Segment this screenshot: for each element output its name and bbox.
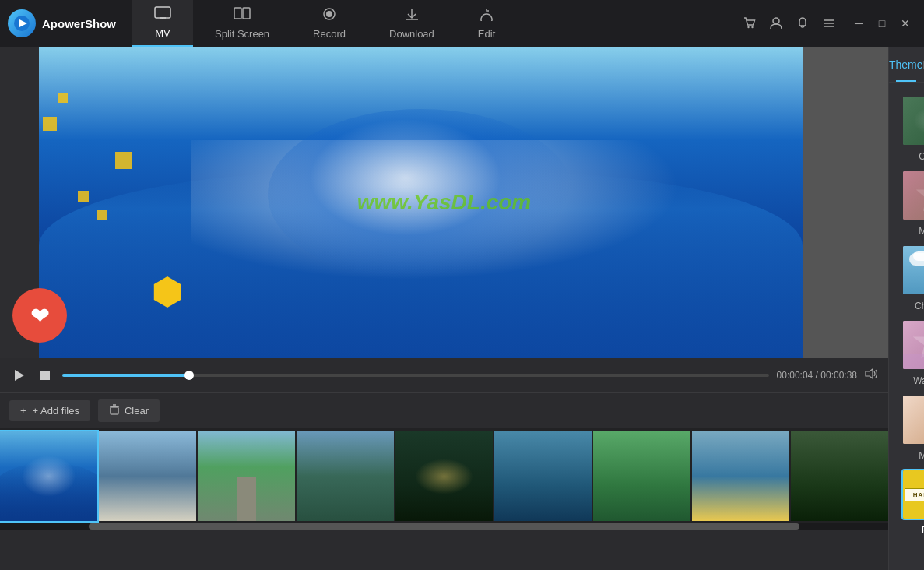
theme-thumb-memory1	[901, 170, 924, 221]
bottom-toolbar: + + Add files 🗑 Clear Clear	[0, 392, 888, 428]
bell-icon[interactable]	[792, 12, 813, 34]
add-files-button[interactable]: + + Add files	[9, 400, 90, 421]
deco-square-5	[97, 210, 107, 220]
theme-memory1[interactable]: Memory	[901, 170, 924, 237]
mv-icon	[154, 6, 171, 24]
svg-marker-19	[866, 369, 873, 378]
preview-right-border	[803, 47, 888, 358]
theme-concise-label: Concise	[919, 151, 924, 162]
theme-thumb-childhood	[901, 245, 924, 296]
theme-grid: ... Concise Memory	[889, 83, 924, 548]
theme-fasion[interactable]: HAPPY TIME Fasion	[901, 469, 924, 536]
theme-thumb-fasion: HAPPY TIME	[901, 469, 924, 520]
play-button[interactable]	[9, 366, 28, 385]
theme-memory2-label: Memory	[919, 450, 924, 461]
tab-record[interactable]: Record	[291, 0, 367, 47]
svg-point-12	[751, 26, 753, 28]
tab-mv[interactable]: MV	[132, 0, 193, 47]
filmstrip-scrollbar[interactable]	[0, 523, 888, 530]
svg-point-8	[326, 11, 332, 17]
theme-thumb-memory2	[901, 394, 924, 445]
deco-square-3	[115, 152, 132, 169]
svg-rect-20	[111, 407, 118, 414]
filmstrip-thumb-4[interactable]	[395, 431, 493, 521]
trash-icon	[109, 404, 120, 417]
theme-watercolor-label: Watercolor	[913, 375, 924, 386]
svg-marker-17	[15, 370, 24, 381]
theme-concise[interactable]: ... Concise	[901, 95, 924, 162]
nav-tabs: MV Split Screen Record Download Edit	[132, 0, 739, 47]
time-display: 00:00:04 / 00:00:38	[777, 370, 857, 381]
tab-theme[interactable]: Theme	[889, 47, 923, 82]
ocean-scene	[39, 47, 803, 358]
theme-thumb-watercolor	[901, 319, 924, 371]
close-button[interactable]: ✕	[894, 12, 916, 34]
filmstrip-thumb-2[interactable]	[198, 431, 295, 521]
record-icon	[321, 7, 338, 25]
filmstrip-thumb-3[interactable]	[297, 431, 394, 521]
left-panel: ❤ www.YasDL.com 00:00:04 / 00:00:38	[0, 47, 888, 570]
tab-split-screen-label: Split Screen	[215, 28, 269, 40]
volume-button[interactable]	[865, 368, 879, 383]
progress-handle[interactable]	[184, 371, 194, 380]
app-title: ApowerShow	[42, 17, 116, 30]
tab-mv-label: MV	[155, 27, 170, 39]
svg-point-11	[747, 26, 749, 28]
filmstrip-thumb-1[interactable]	[99, 431, 196, 521]
logo-area: ApowerShow	[8, 9, 132, 37]
tab-download[interactable]: Download	[367, 0, 456, 47]
add-icon: +	[20, 405, 26, 417]
filmstrip-thumb-5[interactable]	[494, 431, 592, 521]
deco-square-1	[43, 117, 57, 131]
tab-split-screen[interactable]: Split Screen	[193, 0, 291, 47]
video-canvas: ❤ www.YasDL.com	[0, 47, 888, 358]
titlebar: ApowerShow MV Split Screen Record Downlo…	[0, 0, 924, 47]
progress-fill	[62, 374, 189, 377]
restore-button[interactable]: □	[871, 12, 893, 34]
split-screen-icon	[234, 7, 251, 25]
tab-download-label: Download	[389, 28, 434, 40]
edit-icon	[478, 7, 495, 25]
tab-edit-label: Edit	[478, 28, 495, 40]
theme-childhood[interactable]: Childhood	[901, 245, 924, 311]
theme-memory1-label: Memory	[919, 226, 924, 237]
filmstrip-scrollbar-thumb[interactable]	[89, 523, 799, 530]
right-tabs: Theme Music Export	[889, 47, 924, 83]
minimize-button[interactable]: ─	[848, 12, 870, 34]
window-controls: ─ □ ✕	[848, 12, 916, 34]
filmstrip-thumb-7[interactable]	[692, 431, 789, 521]
filmstrip-thumb-8[interactable]	[791, 431, 888, 521]
deco-heart: ❤	[12, 288, 67, 343]
svg-rect-18	[40, 371, 50, 380]
theme-watercolor[interactable]: Watercolor	[901, 319, 924, 386]
tab-record-label: Record	[313, 28, 346, 40]
cart-icon[interactable]	[739, 12, 761, 34]
svg-rect-5	[234, 8, 241, 19]
deco-square-2	[58, 93, 68, 103]
deco-square-4	[78, 191, 89, 202]
filmstrip-thumb-0[interactable]	[0, 431, 97, 521]
filmstrip-thumb-6[interactable]	[593, 431, 690, 521]
progress-bar[interactable]	[62, 374, 769, 377]
user-icon[interactable]	[765, 12, 787, 34]
top-icons	[739, 12, 840, 34]
clear-button[interactable]: 🗑 Clear Clear	[98, 399, 160, 422]
theme-childhood-label: Childhood	[915, 301, 924, 311]
theme-memory2[interactable]: Memory	[901, 394, 924, 461]
svg-rect-6	[243, 8, 250, 19]
filmstrip[interactable]	[0, 428, 888, 523]
svg-rect-2	[155, 7, 170, 18]
logo-icon	[8, 9, 36, 37]
main-area: ❤ www.YasDL.com 00:00:04 / 00:00:38	[0, 47, 924, 570]
theme-thumb-concise: ...	[901, 95, 924, 146]
tab-theme-label: Theme	[889, 58, 923, 71]
tab-edit[interactable]: Edit	[456, 0, 517, 47]
playback-controls: 00:00:04 / 00:00:38	[0, 358, 888, 392]
video-preview: ❤ www.YasDL.com	[0, 47, 888, 358]
svg-point-13	[773, 18, 779, 24]
download-icon	[403, 7, 420, 25]
right-panel: Theme Music Export ...	[888, 47, 924, 570]
stop-button[interactable]	[36, 366, 54, 385]
menu-icon[interactable]	[818, 12, 840, 34]
